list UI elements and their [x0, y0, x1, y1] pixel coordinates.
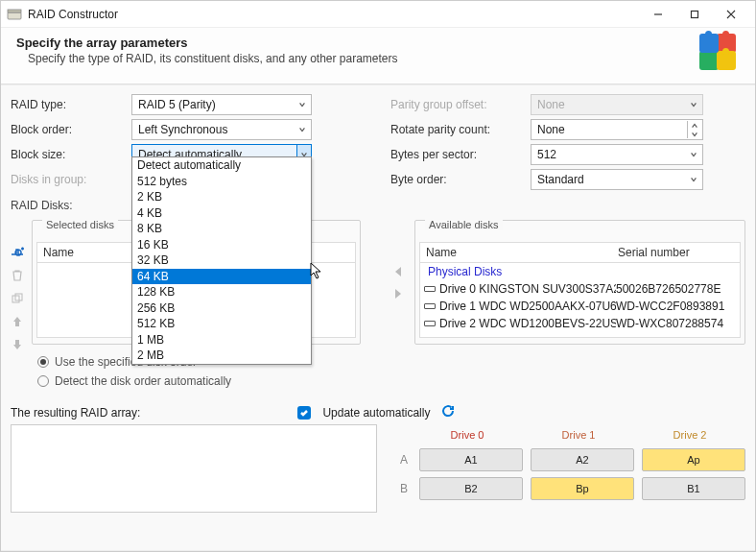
chevron-down-icon	[298, 98, 306, 111]
block-order-select[interactable]: Left Synchronous	[131, 119, 312, 140]
page-subtitle: Specify the type of RAID, its constituen…	[16, 52, 699, 65]
raid-layout-table: Drive 0Drive 1Drive 2AA1A2ApBB2BpB1	[396, 424, 745, 513]
block-size-option[interactable]: 256 KB	[132, 300, 311, 317]
block-size-option[interactable]: 16 KB	[132, 237, 311, 253]
raid-type-select[interactable]: RAID 5 (Parity)	[131, 94, 312, 115]
raid-cell: Bp	[531, 477, 634, 500]
resulting-label: The resulting RAID array:	[11, 406, 140, 420]
page-title: Specify the array parameters	[16, 36, 699, 50]
window-title: RAID Constructor	[28, 8, 640, 21]
chevron-down-icon	[690, 173, 697, 186]
parity-offset-select: None	[531, 94, 703, 115]
table-row[interactable]: Drive 0 KINGSTON SUV300S37A240G50026B726…	[420, 280, 740, 298]
rotate-parity-select[interactable]: None	[531, 119, 703, 140]
block-size-option[interactable]: 64 KB	[132, 269, 311, 285]
available-disks-group: Available disks Name Serial number Physi…	[414, 220, 745, 345]
available-disks-grid[interactable]: Physical Disks Drive 0 KINGSTON SUV300S3…	[419, 263, 741, 338]
block-size-option[interactable]: 128 KB	[132, 284, 311, 300]
spin-buttons[interactable]	[687, 121, 701, 138]
transfer-arrows	[390, 264, 406, 304]
block-size-dropdown[interactable]: Detect automatically512 bytes2 KB4 KB8 K…	[131, 156, 312, 365]
table-row[interactable]: Drive 2 WDC WD1200BEVS-22UST0WD-WXC80728…	[420, 315, 740, 332]
svg-rect-0	[8, 12, 21, 19]
raid-type-label: RAID type:	[11, 98, 131, 111]
svg-rect-1	[8, 10, 21, 12]
block-size-option[interactable]: 4 KB	[132, 205, 311, 222]
parity-offset-label: Parity group offset:	[390, 98, 531, 111]
refresh-icon[interactable]	[441, 404, 455, 420]
bytes-per-sector-select[interactable]: 512	[531, 144, 703, 165]
block-size-label: Block size:	[11, 148, 131, 161]
raid-cell: B1	[642, 477, 745, 500]
resulting-preview-box	[11, 424, 377, 513]
resulting-array-section: The resulting RAID array: Update automat…	[11, 404, 745, 513]
raid-disks-label: RAID Disks:	[11, 199, 745, 212]
disks-in-group-label: Disks in group:	[11, 173, 131, 186]
add-disk-button[interactable]	[9, 244, 26, 261]
raid-cell: B2	[419, 477, 523, 500]
puzzle-logo	[699, 34, 740, 74]
page-body: RAID type: RAID 5 (Parity) Block order: …	[1, 84, 755, 551]
move-left-button[interactable]	[390, 264, 406, 282]
block-size-option[interactable]: Detect automatically	[132, 157, 311, 174]
move-down-button[interactable]	[9, 336, 26, 353]
raid-cell: A2	[531, 448, 634, 471]
move-right-button[interactable]	[390, 286, 406, 304]
physical-disks-label: Physical Disks	[420, 263, 740, 280]
drive-header: Drive 0	[412, 429, 523, 441]
cursor-icon	[310, 262, 323, 282]
chevron-down-icon	[690, 148, 697, 161]
block-order-label: Block order:	[11, 123, 131, 136]
page-header: Specify the array parameters Specify the…	[1, 28, 755, 84]
block-size-option[interactable]: 1 MB	[132, 332, 311, 348]
available-disks-header: Name Serial number	[419, 242, 741, 263]
block-size-option[interactable]: 512 KB	[132, 316, 311, 332]
remove-disk-button[interactable]	[9, 267, 26, 284]
byte-order-label: Byte order:	[390, 173, 531, 186]
close-button[interactable]	[713, 2, 749, 27]
chevron-down-icon	[298, 123, 306, 136]
bytes-per-sector-label: Bytes per sector:	[390, 148, 531, 161]
selected-disks-toolstrip	[8, 244, 27, 353]
app-icon	[7, 7, 22, 22]
rotate-parity-label: Rotate parity count:	[390, 123, 531, 136]
byte-order-select[interactable]: Standard	[531, 169, 703, 190]
chevron-down-icon	[690, 98, 697, 111]
detect-order-radio[interactable]: Detect the disk order automatically	[37, 372, 745, 391]
block-size-option[interactable]: 2 MB	[132, 348, 311, 364]
drive-header: Drive 1	[523, 429, 634, 441]
duplicate-disk-button[interactable]	[9, 290, 26, 307]
raid-cell: A1	[419, 448, 523, 471]
table-row[interactable]: Drive 1 WDC WD2500AAKX-07U6AA0WD-WCC2F08…	[420, 298, 740, 315]
move-up-button[interactable]	[9, 313, 26, 330]
block-size-option[interactable]: 8 KB	[132, 221, 311, 237]
drive-header: Drive 2	[634, 429, 745, 441]
maximize-button[interactable]	[676, 2, 713, 27]
minimize-button[interactable]	[640, 2, 676, 27]
update-auto-checkbox[interactable]	[297, 406, 311, 420]
block-size-option[interactable]: 32 KB	[132, 252, 311, 269]
titlebar: RAID Constructor	[1, 1, 755, 28]
svg-rect-2	[692, 11, 698, 17]
app-window: RAID Constructor Specify the array param…	[0, 0, 756, 552]
block-size-option[interactable]: 2 KB	[132, 189, 311, 205]
raid-cell: Ap	[642, 448, 745, 471]
block-size-option[interactable]: 512 bytes	[132, 174, 311, 190]
update-auto-label: Update automatically	[322, 406, 430, 420]
